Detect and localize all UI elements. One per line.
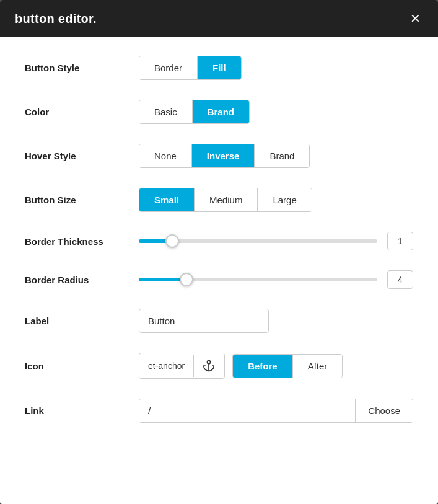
- border-thickness-label: Border Thickness: [25, 236, 124, 247]
- border-thickness-slider-wrap[interactable]: [139, 239, 377, 243]
- border-radius-value: 4: [387, 270, 413, 289]
- color-group: Basic Brand: [139, 100, 250, 124]
- link-row: Link Choose: [25, 399, 413, 423]
- icon-preview[interactable]: [194, 353, 224, 378]
- link-field: Choose: [139, 399, 413, 423]
- link-input[interactable]: [139, 399, 355, 422]
- border-thickness-slider-container: 1: [139, 232, 413, 250]
- icon-position-group: Before After: [232, 354, 343, 378]
- button-size-large[interactable]: Large: [258, 188, 311, 211]
- border-radius-label: Border Radius: [25, 275, 124, 285]
- button-style-label: Button Style: [25, 63, 124, 73]
- color-label: Color: [25, 107, 124, 117]
- icon-label: Icon: [25, 361, 124, 371]
- color-brand[interactable]: Brand: [193, 100, 249, 123]
- button-style-row: Button Style Border Fill: [25, 56, 413, 80]
- choose-button[interactable]: Choose: [355, 399, 413, 422]
- anchor-icon: [203, 360, 215, 372]
- icon-position-after[interactable]: After: [293, 355, 343, 378]
- button-style-fill[interactable]: Fill: [198, 56, 241, 79]
- hover-style-none[interactable]: None: [139, 144, 192, 167]
- button-size-small[interactable]: Small: [139, 188, 195, 211]
- icon-field: et-anchor: [139, 353, 225, 379]
- label-input[interactable]: [139, 309, 269, 333]
- label-row: Label: [25, 309, 413, 333]
- hover-style-row: Hover Style None Inverse Brand: [25, 144, 413, 168]
- border-radius-slider-container: 4: [139, 270, 413, 289]
- border-thickness-track: [139, 239, 377, 243]
- modal-body: Button Style Border Fill Color Basic Bra…: [0, 37, 438, 441]
- color-row: Color Basic Brand: [25, 100, 413, 124]
- button-size-medium[interactable]: Medium: [195, 188, 258, 211]
- color-basic[interactable]: Basic: [139, 100, 193, 123]
- icon-row: Icon et-anchor Before After: [25, 353, 413, 379]
- hover-style-group: None Inverse Brand: [139, 144, 310, 168]
- border-thickness-thumb[interactable]: [165, 234, 179, 248]
- icon-name-text: et-anchor: [139, 355, 194, 377]
- hover-style-inverse[interactable]: Inverse: [192, 144, 255, 167]
- label-field-label: Label: [25, 316, 124, 326]
- modal-title: button editor.: [15, 12, 97, 26]
- icon-position-before[interactable]: Before: [233, 355, 293, 378]
- border-radius-slider-wrap[interactable]: [139, 278, 377, 281]
- hover-style-brand[interactable]: Brand: [255, 144, 309, 167]
- hover-style-label: Hover Style: [25, 151, 124, 161]
- border-radius-track: [139, 278, 377, 281]
- link-label: Link: [25, 405, 124, 416]
- modal-header: button editor. ✕: [0, 0, 438, 37]
- border-thickness-value: 1: [387, 232, 413, 250]
- border-radius-thumb[interactable]: [180, 273, 193, 286]
- button-style-border[interactable]: Border: [139, 56, 198, 79]
- button-size-row: Button Size Small Medium Large: [25, 188, 413, 212]
- button-style-group: Border Fill: [139, 56, 242, 80]
- border-thickness-row: Border Thickness 1: [25, 232, 413, 250]
- modal: button editor. ✕ Button Style Border Fil…: [0, 0, 438, 504]
- button-size-group: Small Medium Large: [139, 188, 312, 212]
- button-size-label: Button Size: [25, 195, 124, 205]
- border-radius-row: Border Radius 4: [25, 270, 413, 289]
- close-button[interactable]: ✕: [408, 10, 423, 27]
